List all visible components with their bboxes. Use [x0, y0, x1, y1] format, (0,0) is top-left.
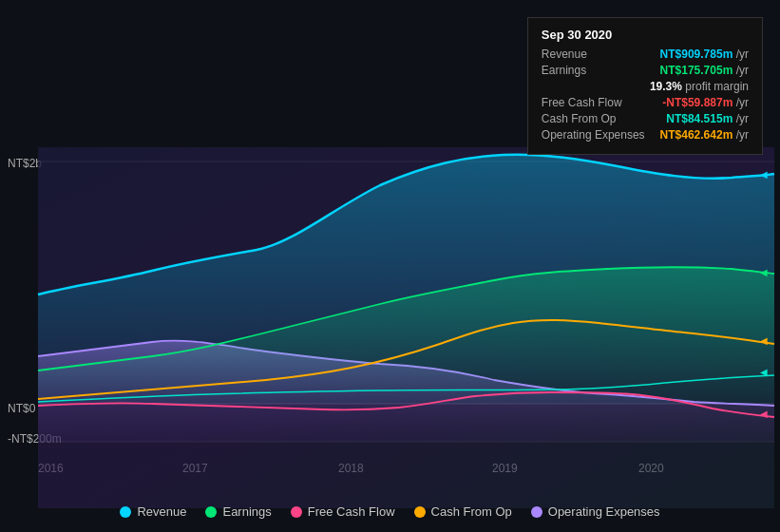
svg-text:◀: ◀	[760, 408, 768, 419]
tooltip-box: Sep 30 2020 Revenue NT$909.785m /yr Earn…	[527, 17, 763, 155]
legend-item-fcf: Free Cash Flow	[291, 504, 395, 519]
legend-dot-opex	[531, 506, 542, 518]
tooltip-label-opex: Operating Expenses	[542, 128, 645, 142]
svg-text:◀: ◀	[760, 267, 768, 277]
legend-dot-revenue	[120, 506, 131, 518]
tooltip-value-revenue: NT$909.785m /yr	[660, 48, 749, 61]
chart-svg: ◀ ◀ ◀ ◀ ◀	[0, 147, 780, 508]
tooltip-label-cashop: Cash From Op	[542, 112, 617, 125]
tooltip-row-earnings: Earnings NT$175.705m /yr	[542, 64, 749, 77]
legend-dot-earnings	[205, 506, 217, 518]
tooltip-value-fcf: -NT$59.887m /yr	[662, 96, 749, 109]
tooltip-value-cashop: NT$84.515m /yr	[666, 112, 749, 125]
chart-container: Sep 30 2020 Revenue NT$909.785m /yr Earn…	[0, 0, 780, 532]
legend-item-earnings: Earnings	[205, 504, 271, 519]
legend-label-cashop: Cash From Op	[431, 504, 512, 519]
chart-legend: Revenue Earnings Free Cash Flow Cash Fro…	[0, 504, 780, 519]
tooltip-title: Sep 30 2020	[542, 28, 749, 42]
legend-label-revenue: Revenue	[137, 504, 186, 519]
tooltip-label-fcf: Free Cash Flow	[542, 96, 622, 109]
tooltip-row-revenue: Revenue NT$909.785m /yr	[542, 48, 749, 61]
tooltip-row-margin: 19.3% profit margin	[542, 80, 749, 93]
svg-text:◀: ◀	[760, 335, 768, 346]
tooltip-label-revenue: Revenue	[542, 48, 587, 61]
svg-text:◀: ◀	[760, 169, 768, 180]
legend-label-fcf: Free Cash Flow	[308, 504, 395, 519]
legend-item-opex: Operating Expenses	[531, 504, 660, 519]
tooltip-row-opex: Operating Expenses NT$462.642m /yr	[542, 128, 749, 142]
svg-text:◀: ◀	[760, 367, 768, 377]
tooltip-value-opex: NT$462.642m /yr	[660, 128, 749, 142]
legend-item-cashop: Cash From Op	[414, 504, 512, 519]
tooltip-row-fcf: Free Cash Flow -NT$59.887m /yr	[542, 96, 749, 109]
legend-dot-fcf	[291, 506, 302, 518]
legend-label-opex: Operating Expenses	[548, 504, 660, 519]
legend-label-earnings: Earnings	[222, 504, 271, 519]
tooltip-row-cashop: Cash From Op NT$84.515m /yr	[542, 112, 749, 125]
tooltip-label-earnings: Earnings	[542, 64, 586, 77]
tooltip-value-margin: 19.3% profit margin	[650, 80, 749, 93]
legend-item-revenue: Revenue	[120, 504, 186, 519]
tooltip-value-earnings: NT$175.705m /yr	[660, 64, 749, 77]
legend-dot-cashop	[414, 506, 426, 518]
